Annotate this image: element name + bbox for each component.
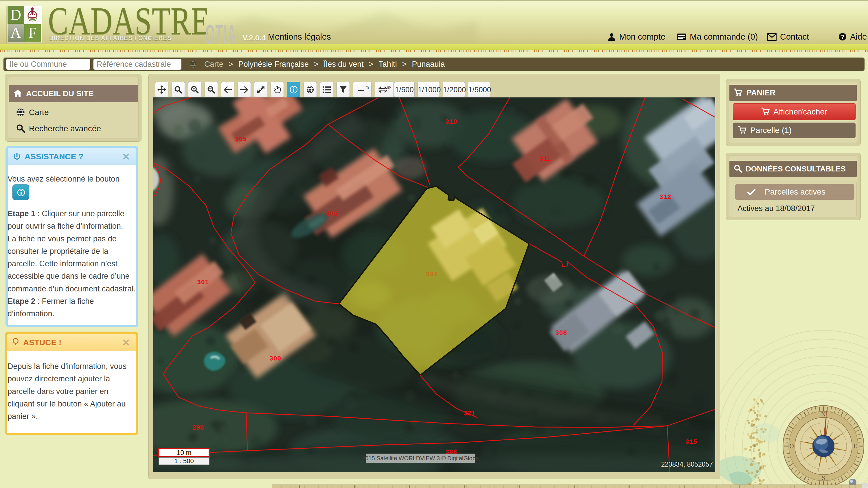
- svg-text:315: 315: [685, 438, 697, 445]
- svg-text:308: 308: [555, 329, 567, 336]
- svg-text:?: ?: [841, 34, 844, 40]
- svg-text:306: 306: [326, 210, 338, 217]
- svg-text:305: 305: [235, 135, 247, 142]
- svg-text:290: 290: [192, 424, 204, 431]
- svg-text:S: S: [822, 475, 825, 481]
- svg-text:2015 Satellite WORLDVIEW 3 © D: 2015 Satellite WORLDVIEW 3 © DigitalGlob…: [362, 455, 479, 461]
- svg-text:N: N: [821, 411, 826, 418]
- svg-text:E: E: [854, 443, 857, 450]
- svg-text:10 m: 10 m: [177, 449, 191, 456]
- svg-text:300: 300: [269, 355, 281, 362]
- svg-text:312: 312: [659, 193, 671, 200]
- svg-text:307: 307: [426, 270, 438, 278]
- svg-text:301: 301: [197, 279, 209, 286]
- svg-text:223834, 8052057: 223834, 8052057: [661, 460, 713, 468]
- svg-text:1 : 500: 1 : 500: [174, 457, 193, 464]
- svg-text:310: 310: [445, 118, 457, 125]
- svg-text:m: m: [365, 85, 369, 90]
- svg-text:311: 311: [539, 155, 551, 162]
- svg-text:O: O: [789, 443, 794, 450]
- svg-text:321: 321: [464, 410, 475, 417]
- svg-text:m²: m²: [387, 85, 391, 90]
